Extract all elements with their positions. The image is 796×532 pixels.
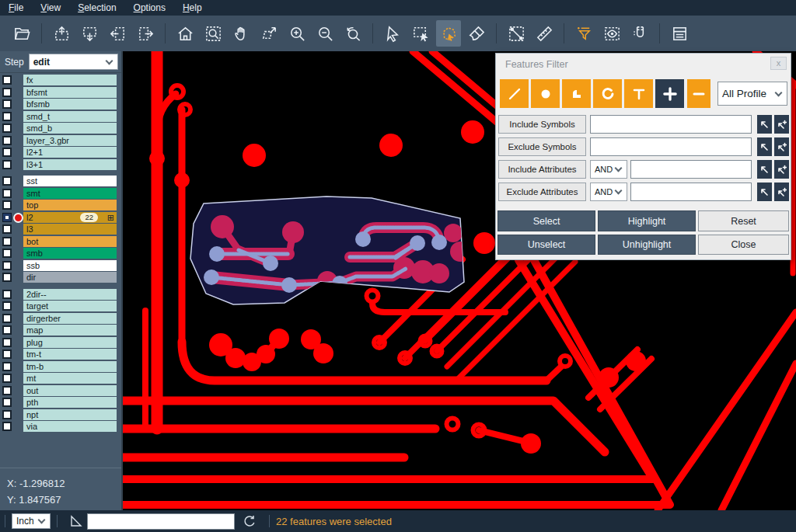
layer-row-l2[interactable]: l2 22 ⊞ [0,212,121,224]
layer-name[interactable]: plug [23,337,117,348]
layer-row-2dir--[interactable]: 2dir-- ⊞ [0,289,121,301]
layer-visibility-checkbox[interactable] [2,200,12,210]
layer-name[interactable]: bfsmt [23,87,117,98]
layer-name[interactable]: dir [23,272,117,283]
layer-name[interactable]: bfsmb [23,99,117,110]
layer-visibility-checkbox[interactable] [2,249,12,258]
exclude-attributes-button[interactable]: Exclude Attributes [498,183,586,201]
layer-visibility-checkbox[interactable] [2,338,12,347]
filter-text-button[interactable] [624,79,653,108]
layer-name[interactable]: fx [23,75,117,85]
pick-attribute-add-button[interactable] [774,160,789,179]
pick-symbol-button[interactable] [757,115,772,134]
menu-item-help[interactable]: Help [174,0,211,16]
home-view-button[interactable] [173,20,197,47]
layer-visibility-checkbox[interactable] [2,410,12,419]
layer-visibility-checkbox[interactable] [2,160,12,169]
layer-name[interactable]: pth [23,397,117,408]
menu-item-selection[interactable]: Selection [69,0,124,16]
layer-visibility-checkbox[interactable] [2,224,12,234]
features-filter-button[interactable] [571,20,596,47]
pan-button[interactable] [229,20,253,47]
layer-row-dir[interactable]: dir ⊞ [0,272,121,284]
layer-visibility-checkbox[interactable] [2,349,12,359]
layer-row-tm-t[interactable]: tm-t ⊞ [0,349,121,361]
layer-visibility-checkbox[interactable] [2,136,12,145]
layer-name[interactable]: npt [23,409,117,420]
layer-name[interactable]: l3 [23,224,117,235]
pick-attribute-add-button[interactable] [774,183,789,201]
profile-select[interactable]: All Profile [717,82,787,106]
include-attributes-button[interactable]: Include Attributes [498,160,586,179]
layer-visibility-checkbox[interactable] [2,237,12,246]
layer-name[interactable]: ssb [23,260,117,271]
layer-visibility-checkbox[interactable] [2,213,12,222]
highlight-button[interactable]: Highlight [598,210,696,231]
layer-visibility-checkbox[interactable] [2,273,12,282]
layer-row-bfsmt[interactable]: bfsmt ⊞ [0,87,121,99]
refresh-icon[interactable] [243,514,257,528]
reset-button[interactable]: Reset [698,210,789,231]
select-polygon-button[interactable] [436,20,461,47]
select-button[interactable]: Select [498,210,595,231]
unhighlight-button[interactable]: Unhighlight [598,235,696,255]
exclude-symbols-button[interactable]: Exclude Symbols [498,137,586,156]
layer-name[interactable]: smb [23,248,117,259]
layer-row-npt[interactable]: npt ⊞ [0,409,121,422]
layer-visibility-checkbox[interactable] [2,176,12,186]
filter-positive-button[interactable] [655,79,684,108]
zoom-area-button[interactable] [201,20,225,47]
shift-up-button[interactable] [49,20,74,47]
layer-visibility-checkbox[interactable] [2,422,12,431]
layer-visibility-checkbox[interactable] [2,325,12,335]
zoom-previous-button[interactable] [340,20,365,47]
layer-visibility-checkbox[interactable] [2,314,12,323]
layer-name[interactable]: mt [23,373,117,384]
layer-row-layer_3.gbr[interactable]: layer_3.gbr ⊞ [0,135,121,148]
filter-lines-button[interactable] [500,79,529,108]
shift-left-button[interactable] [105,20,130,47]
layer-row-smt[interactable]: smt ⊞ [0,188,121,200]
filter-arcs-button[interactable] [593,79,622,108]
layer-visibility-checkbox[interactable] [2,112,12,121]
layer-row-ssb[interactable]: ssb ⊞ [0,260,121,273]
include-symbols-button[interactable]: Include Symbols [498,115,586,134]
layers-form-button[interactable] [667,20,692,47]
layer-name[interactable]: 2dir-- [23,289,117,300]
layer-name[interactable]: l3+1 [23,159,117,170]
layer-name[interactable]: via [23,421,117,432]
unit-select[interactable]: Inch [12,513,51,529]
command-input[interactable] [87,513,235,530]
layer-name[interactable]: map [23,325,117,336]
layer-visibility-checkbox[interactable] [2,362,12,371]
layer-row-via[interactable]: via ⊞ [0,421,121,433]
layer-row-bfsmb[interactable]: bfsmb ⊞ [0,99,121,111]
layer-name[interactable]: l2 [23,212,117,223]
select-rectangle-button[interactable] [408,20,433,47]
step-select[interactable]: edit [29,54,118,70]
include-attributes-logic-select[interactable]: AND [590,160,627,179]
include-attributes-input[interactable] [630,160,752,179]
dialog-title[interactable]: Features Filter [505,59,568,70]
menu-item-view[interactable]: View [32,0,69,16]
layer-row-bot[interactable]: bot ⊞ [0,236,121,249]
layer-visibility-checkbox[interactable] [2,386,12,395]
layer-row-out[interactable]: out ⊞ [0,385,121,398]
layer-row-dirgerber[interactable]: dirgerber ⊞ [0,313,121,325]
pick-symbol-button[interactable] [757,137,772,156]
layer-row-target[interactable]: target ⊞ [0,301,121,313]
layer-row-pth[interactable]: pth ⊞ [0,397,121,409]
layer-name[interactable]: l2+1 [23,147,117,158]
layer-name[interactable]: smd_b [23,123,117,134]
layer-row-smd_b[interactable]: smd_b ⊞ [0,123,121,135]
layer-visibility-checkbox[interactable] [2,290,12,299]
exclude-symbols-input[interactable] [590,137,752,156]
zoom-out-button[interactable] [312,20,337,47]
exclude-attributes-input[interactable] [630,183,752,201]
layer-name[interactable]: dirgerber [23,313,117,324]
shift-down-button[interactable] [77,20,102,47]
layer-row-sst[interactable]: sst ⊞ [0,176,121,188]
dialog-close-button[interactable]: x [770,57,787,70]
layer-name[interactable]: tm-t [23,349,117,360]
open-file-button[interactable] [9,20,34,47]
